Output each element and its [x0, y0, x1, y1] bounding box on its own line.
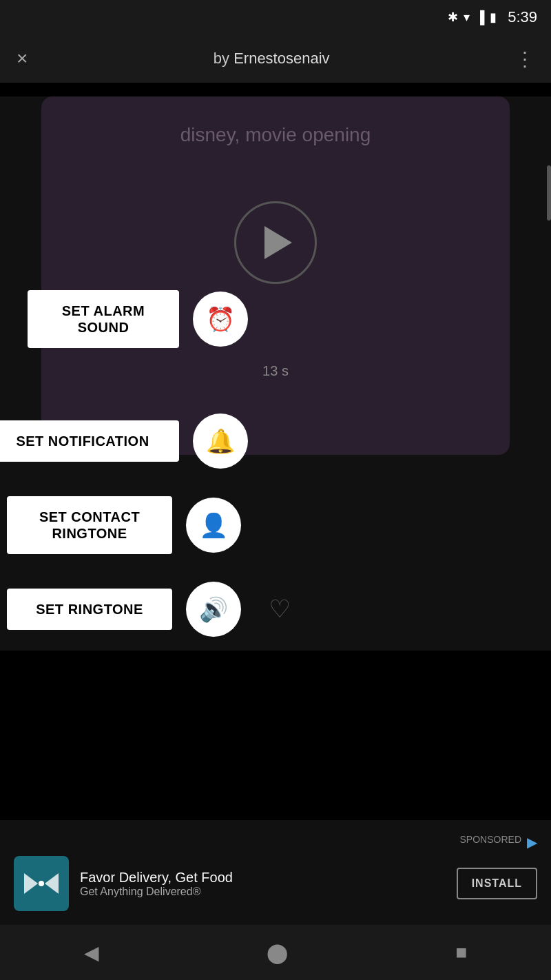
- ad-icon: ▶: [527, 834, 537, 850]
- ad-section: SPONSORED ▶ Favor Delivery, Get Food Get…: [0, 820, 551, 925]
- title-author: Ernestosenaiv: [233, 50, 329, 67]
- title-prefix: by: [214, 50, 233, 67]
- alarm-row: SET ALARM SOUND ⏰: [28, 290, 523, 348]
- set-contact-ringtone-button[interactable]: SET CONTACT RINGTONE: [7, 496, 172, 554]
- song-description: disney, movie opening: [55, 124, 496, 146]
- close-button[interactable]: ×: [17, 48, 28, 70]
- back-icon: ◀: [84, 941, 99, 964]
- recent-icon: ■: [455, 941, 467, 963]
- signal-icon: ▐: [475, 10, 484, 25]
- nav-home-button[interactable]: ⬤: [246, 935, 309, 971]
- ad-title: Favor Delivery, Get Food: [80, 870, 446, 886]
- nav-back-button[interactable]: ◀: [63, 935, 120, 971]
- heart-button[interactable]: ♡: [262, 588, 298, 631]
- duration-text: 13 s: [262, 363, 289, 378]
- bell-icon: 🔔: [206, 427, 235, 455]
- contact-line1: SET CONTACT: [39, 509, 140, 524]
- svg-point-2: [39, 881, 44, 886]
- status-time: 5:39: [508, 8, 537, 26]
- contact-line2: RINGTONE: [52, 526, 127, 541]
- person-icon: 👤: [199, 511, 228, 539]
- set-ringtone-button[interactable]: SET RINGTONE: [7, 589, 172, 630]
- status-bar: ✱ ▾ ▐ ▮ 5:39: [0, 0, 551, 34]
- nav-bar: ◀ ⬤ ■: [0, 925, 551, 980]
- more-button[interactable]: ⋮: [515, 48, 534, 70]
- alarm-icon: ⏰: [206, 305, 235, 333]
- main-content: disney, movie opening SET ALARM SOUND ⏰ …: [0, 96, 551, 651]
- notification-label: SET NOTIFICATION: [16, 433, 149, 449]
- notification-icon-button[interactable]: 🔔: [193, 414, 248, 469]
- ad-subtitle: Get Anything Delivered®: [80, 886, 446, 898]
- contact-icon-button[interactable]: 👤: [186, 498, 241, 553]
- status-icons: ✱ ▾ ▐ ▮ 5:39: [448, 8, 537, 26]
- play-icon: [264, 226, 292, 259]
- battery-icon: ▮: [490, 10, 497, 25]
- speaker-icon: 🔊: [199, 595, 228, 623]
- ringtone-icon-button[interactable]: 🔊: [186, 582, 241, 637]
- ad-logo: [14, 856, 69, 911]
- scroll-indicator: [547, 165, 551, 221]
- svg-marker-1: [45, 873, 59, 894]
- bowtie-icon: [24, 873, 59, 894]
- bluetooth-icon: ✱: [448, 10, 458, 25]
- ringtone-row: SET RINGTONE 🔊 ♡: [7, 582, 530, 637]
- ad-text: Favor Delivery, Get Food Get Anything De…: [80, 870, 446, 898]
- set-notification-button[interactable]: SET NOTIFICATION: [0, 420, 179, 462]
- notification-row: SET NOTIFICATION 🔔: [0, 414, 544, 469]
- contact-ringtone-row: SET CONTACT RINGTONE 👤: [7, 496, 530, 554]
- svg-marker-0: [24, 873, 38, 894]
- top-bar-title: by Ernestosenaiv: [214, 50, 330, 68]
- alarm-line2: SOUND: [78, 320, 129, 335]
- ringtone-label: SET RINGTONE: [36, 602, 143, 617]
- play-button[interactable]: [234, 201, 317, 284]
- alarm-icon-button[interactable]: ⏰: [193, 292, 248, 347]
- play-button-container: [55, 201, 496, 284]
- heart-icon: ♡: [269, 595, 291, 623]
- top-bar: × by Ernestosenaiv ⋮: [0, 34, 551, 83]
- alarm-line1: SET ALARM: [62, 303, 145, 318]
- set-alarm-sound-button[interactable]: SET ALARM SOUND: [28, 290, 179, 348]
- home-icon: ⬤: [267, 941, 288, 964]
- sponsored-label: SPONSORED: [460, 834, 521, 845]
- player-card: disney, movie opening SET ALARM SOUND ⏰ …: [41, 96, 510, 455]
- nav-recent-button[interactable]: ■: [435, 935, 488, 970]
- install-button[interactable]: INSTALL: [457, 868, 537, 899]
- wifi-icon: ▾: [464, 10, 470, 25]
